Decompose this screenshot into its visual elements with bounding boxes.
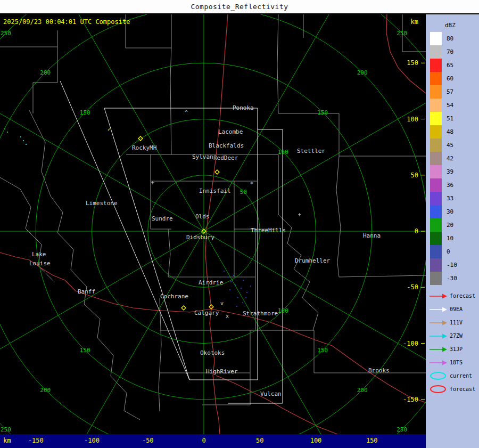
strike-dot — [243, 280, 244, 281]
city-label: Olds — [195, 213, 210, 220]
colorbar-row: 0 — [430, 245, 479, 258]
strike-dot — [230, 281, 232, 282]
county-boundary-line — [202, 330, 250, 405]
colorbar-value: 65 — [447, 62, 453, 69]
storm-track-legend: forecast09EA111V27ZW31JP18TScurrentforec… — [426, 289, 479, 396]
city-label: Airdrie — [199, 279, 223, 286]
city-label: ThreeHills — [251, 227, 286, 234]
strike-dot — [242, 302, 243, 303]
asterisk-marker: * — [250, 181, 253, 187]
colorbar-chip — [430, 32, 442, 45]
colorbar-row: 39 — [430, 165, 479, 178]
strike-dot — [4, 128, 5, 129]
colorbar-row: 54 — [430, 99, 479, 112]
colorbar-chip — [430, 72, 442, 85]
city-label: RedDeer — [213, 154, 238, 161]
site-diamond-marker — [215, 170, 219, 174]
colorbar-value: 57 — [447, 88, 453, 95]
colorbar-chip — [430, 45, 442, 59]
strike-dot — [20, 136, 21, 137]
range-ring-label: 200 — [40, 387, 51, 394]
county-boundary-line — [170, 48, 171, 154]
strike-dot — [229, 289, 230, 290]
colorbar-chip — [430, 85, 442, 99]
111V-arrow-icon — [429, 320, 448, 326]
radar-map[interactable]: 5010015020025010015020025015020025015020… — [0, 14, 426, 434]
x-axis-label: 50 — [256, 437, 263, 444]
y-axis-label: -100 — [403, 340, 418, 347]
colorbar-chip — [430, 165, 442, 178]
city-label: Lake — [32, 251, 46, 258]
colorbar-row: 20 — [430, 218, 479, 232]
legend-item: forecast — [429, 382, 479, 396]
reflectivity-colorbar: 807065605754514845423936333020100-10-30 — [426, 32, 479, 285]
colorbar-row: 36 — [430, 178, 479, 192]
strike-dot — [246, 292, 247, 293]
y-axis-unit: km — [411, 18, 418, 26]
x-axis-label: 0 — [202, 437, 205, 444]
27ZW-arrow-icon — [429, 333, 448, 339]
colorbar-row: 33 — [430, 192, 479, 205]
colorbar-value: 0 — [447, 248, 450, 255]
legend-label: current — [450, 373, 472, 379]
colorbar-value: 10 — [447, 235, 453, 242]
city-label: Sylvan — [192, 153, 213, 160]
range-ring-label: 250 — [397, 426, 407, 433]
strike-dot — [224, 271, 225, 272]
colorbar-row: 42 — [430, 152, 479, 165]
legend-label: 18TS — [450, 360, 463, 365]
colorbar-row: -30 — [430, 272, 479, 285]
range-ring-label: 200 — [357, 69, 368, 76]
colorbar-chip — [430, 112, 442, 125]
colorbar-row: 80 — [430, 32, 479, 45]
legend-item: current — [429, 369, 479, 382]
county-boundary-line — [33, 47, 57, 113]
strike-dot — [235, 284, 236, 286]
radar-app-window: Composite_Reflectivity 50100150200250100… — [0, 0, 479, 448]
range-ring-label: 150 — [317, 347, 328, 354]
colorbar-chip — [430, 99, 442, 112]
city-label: HighRiver — [206, 368, 238, 375]
city-label: Blackfalds — [209, 142, 244, 149]
forecast-ellipse-icon — [429, 385, 448, 394]
legend-label: 27ZW — [450, 333, 463, 339]
caret-marker: ^ — [185, 110, 188, 116]
legend-label: 31JP — [450, 346, 463, 352]
city-label: Brooks — [368, 367, 390, 374]
colorbar-value: 80 — [447, 35, 453, 42]
scan-timestamp: 2025/09/23 00:04:01 UTC Composite — [3, 18, 130, 26]
colorbar-row: 10 — [430, 232, 479, 245]
colorbar-value: 70 — [447, 48, 453, 55]
colorbar-row: 48 — [430, 125, 479, 139]
x-axis-bar: km -150-100-50050100150 — [0, 434, 426, 448]
plus-marker — [298, 213, 301, 216]
city-label: Vulcan — [260, 390, 282, 397]
x-axis-label: -50 — [142, 437, 154, 444]
strike-dot — [23, 140, 24, 141]
strike-dot — [245, 297, 246, 298]
range-ring-label: 50 — [240, 189, 247, 196]
city-label: Limestone — [86, 200, 118, 207]
colorbar-chip — [430, 59, 442, 72]
range-ring-label: 100 — [278, 307, 288, 314]
colorbar-row: 57 — [430, 85, 479, 99]
legend-label: forecast — [450, 293, 475, 299]
colorbar-chip — [430, 245, 442, 258]
colorbar-title: dBZ — [426, 14, 479, 32]
city-label: Okotoks — [200, 349, 225, 356]
y-axis-label: 100 — [407, 116, 418, 123]
city-label: Strathmore — [243, 310, 278, 317]
city-label: Louise — [29, 260, 51, 267]
legend-label: 111V — [450, 320, 463, 325]
city-label: Lacombe — [218, 128, 243, 135]
colorbar-value: 30 — [447, 208, 453, 215]
legend-item: 111V — [429, 316, 479, 329]
colorbar-chip — [430, 205, 442, 218]
colorbar-value: 51 — [447, 115, 453, 122]
x-axis-label: 150 — [366, 437, 378, 444]
radar-display-canvas[interactable]: 5010015020025010015020025015020025015020… — [0, 14, 426, 434]
colorbar-chip — [430, 192, 442, 205]
colorbar-chip — [430, 139, 442, 152]
colorbar-value: 39 — [447, 168, 453, 175]
site-diamond-marker — [181, 306, 186, 310]
